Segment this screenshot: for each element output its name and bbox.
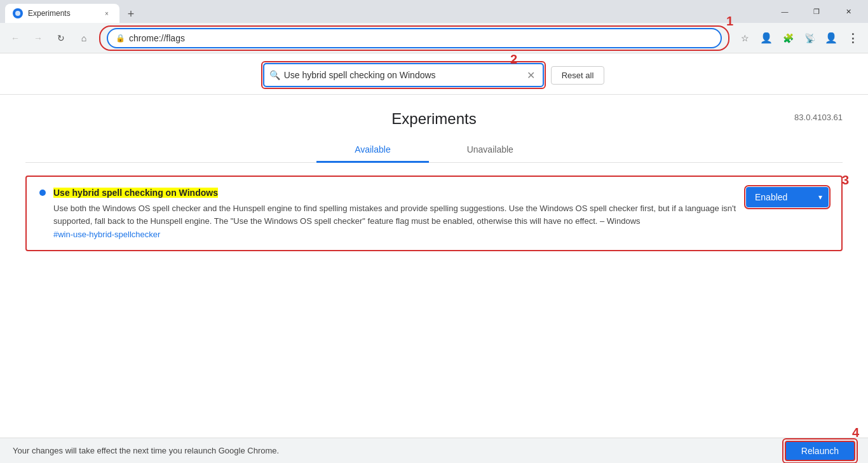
browser-toolbar: ← → ↻ ⌂ 🔒 1 ☆ 👤 🧩 📡 👤 ⋮ — [0, 23, 868, 53]
new-tab-button[interactable]: + — [122, 5, 140, 23]
flags-list: 3 Use hybrid spell checking on Windows U… — [0, 163, 868, 272]
window-controls: — ❐ ✕ — [770, 0, 863, 23]
tab-close-button[interactable]: × — [102, 8, 112, 18]
forward-button[interactable]: → — [28, 28, 48, 48]
menu-button[interactable]: ⋮ — [843, 28, 863, 48]
back-button[interactable]: ← — [5, 28, 25, 48]
lock-icon: 🔒 — [116, 34, 125, 43]
annotation-4: 4 — [852, 425, 859, 440]
tab-unavailable[interactable]: Unavailable — [429, 138, 552, 163]
title-bar: Experiments × + — ❐ ✕ — [0, 0, 868, 23]
page-title-section: Experiments 83.0.4103.61 — [0, 95, 868, 128]
search-box[interactable]: 🔍 ✕ — [264, 64, 543, 86]
search-input[interactable] — [284, 70, 525, 80]
toolbar-action-icons: ☆ 👤 🧩 📡 👤 ⋮ — [735, 28, 863, 48]
tab-title: Experiments — [28, 9, 71, 18]
active-tab[interactable]: Experiments × — [5, 4, 119, 23]
address-input[interactable] — [129, 33, 713, 43]
flag-description: Use both the Windows OS spell checker an… — [53, 202, 738, 227]
tab-available[interactable]: Available — [316, 138, 429, 163]
flag-anchor-link[interactable]: #win-use-hybrid-spellchecker — [53, 230, 160, 239]
reload-button[interactable]: ↻ — [51, 28, 71, 48]
page-title: Experiments — [0, 110, 868, 128]
annotation-3: 3 — [842, 173, 849, 188]
relaunch-button[interactable]: Relaunch — [785, 441, 855, 461]
flag-title: Use hybrid spell checking on Windows — [53, 188, 218, 198]
minimize-button[interactable]: — — [770, 0, 799, 23]
relaunch-message: Your changes will take effect the next t… — [13, 446, 279, 455]
avatar-button[interactable]: 👤 — [821, 28, 841, 48]
tab-strip: Experiments × + — [5, 0, 770, 23]
enabled-dropdown-wrapper: Default Enabled Disabled ▾ — [746, 187, 829, 207]
bookmark-star-button[interactable]: ☆ — [735, 28, 755, 48]
annotation-2: 2 — [510, 53, 517, 67]
reset-all-button[interactable]: Reset all — [551, 66, 605, 85]
maximize-button[interactable]: ❐ — [802, 0, 831, 23]
extensions-button[interactable]: 🧩 — [778, 28, 798, 48]
flags-search-bar: 2 🔍 ✕ Reset all — [0, 53, 868, 95]
flag-content: Use hybrid spell checking on Windows Use… — [53, 187, 738, 240]
page-content: 2 🔍 ✕ Reset all Experiments 83.0.4103.61… — [0, 53, 868, 438]
flag-item: Use hybrid spell checking on Windows Use… — [25, 176, 843, 251]
profile-button[interactable]: 👤 — [756, 28, 776, 48]
annotation-1: 1 — [726, 14, 733, 29]
tabs-bar: Available Unavailable — [25, 138, 843, 163]
search-icon: 🔍 — [269, 70, 280, 80]
tab-favicon — [13, 8, 23, 18]
home-button[interactable]: ⌂ — [74, 28, 94, 48]
flag-state-dropdown[interactable]: Default Enabled Disabled — [746, 187, 829, 207]
address-bar[interactable]: 🔒 — [107, 28, 722, 48]
cast-button[interactable]: 📡 — [799, 28, 820, 48]
flag-dot — [39, 190, 46, 196]
svg-point-0 — [15, 11, 20, 16]
close-button[interactable]: ✕ — [834, 0, 863, 23]
version-text: 83.0.4103.61 — [794, 113, 843, 122]
flag-control: Default Enabled Disabled ▾ — [746, 187, 829, 207]
bottom-bar: Your changes will take effect the next t… — [0, 438, 868, 463]
search-clear-button[interactable]: ✕ — [525, 69, 538, 81]
